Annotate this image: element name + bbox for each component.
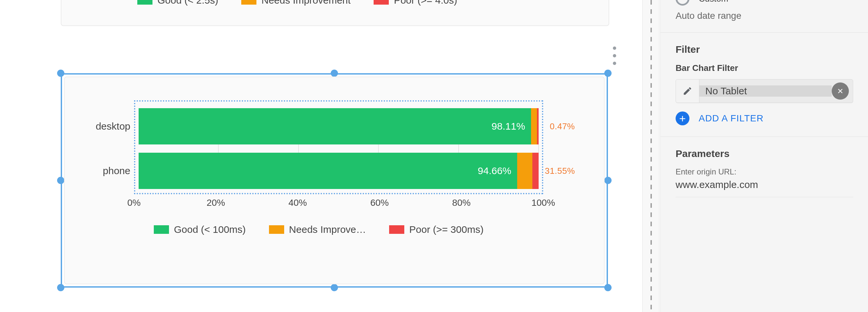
legend-item-poor: Poor (>= 4.0s) bbox=[374, 0, 457, 6]
legend-swatch-good bbox=[154, 225, 169, 234]
properties-panel: Custom Auto date range Filter Bar Chart … bbox=[660, 0, 868, 312]
segment-poor bbox=[532, 153, 538, 189]
resize-handle-ml[interactable] bbox=[57, 177, 64, 184]
x-tick: 100% bbox=[531, 198, 555, 208]
resize-handle-tc[interactable] bbox=[331, 70, 338, 77]
segment-needs-improvement bbox=[531, 108, 537, 144]
filter-chip-label: No Tablet bbox=[699, 85, 832, 97]
value-good: 98.11% bbox=[491, 121, 525, 132]
legend-label: Good (< 100ms) bbox=[174, 224, 246, 235]
legend-label: Needs Improve… bbox=[289, 224, 366, 235]
legend-item-ni: Needs Improve… bbox=[269, 224, 366, 235]
overflow-value: 31.55% bbox=[545, 171, 575, 171]
resize-handle-tl[interactable] bbox=[57, 70, 64, 77]
resize-handle-bl[interactable] bbox=[57, 284, 64, 291]
x-tick: 60% bbox=[370, 198, 389, 208]
plot-area: desktop 98.11% 0.47% phone 94.66% bbox=[134, 100, 543, 194]
overflow-value: 0.47% bbox=[550, 126, 575, 127]
legend-label: Needs Improvement bbox=[261, 0, 350, 6]
section-subtitle: Bar Chart Filter bbox=[676, 63, 853, 73]
stacked-bar: 98.11% bbox=[138, 108, 538, 144]
pencil-icon[interactable] bbox=[676, 79, 699, 103]
legend-swatch-ni bbox=[269, 225, 284, 234]
section-title: Parameters bbox=[676, 148, 853, 159]
auto-date-range-link[interactable]: Auto date range bbox=[660, 8, 868, 32]
legend-swatch-poor bbox=[389, 225, 404, 234]
upper-legend: Good (< 2.5s) Needs Improvement Poor (>=… bbox=[137, 0, 457, 6]
parameters-section: Parameters Enter origin URL: www.example… bbox=[660, 137, 868, 197]
bar-row-desktop: desktop 98.11% 0.47% bbox=[138, 108, 538, 144]
resize-handle-tr[interactable] bbox=[604, 70, 612, 77]
x-tick: 80% bbox=[452, 198, 471, 208]
legend-item-good: Good (< 2.5s) bbox=[137, 0, 218, 6]
close-icon[interactable]: × bbox=[832, 82, 849, 100]
chart-legend: Good (< 100ms) Needs Improve… Poor (>= 3… bbox=[154, 224, 591, 235]
filter-chip[interactable]: No Tablet × bbox=[676, 79, 853, 103]
legend-swatch-poor bbox=[374, 0, 389, 5]
resize-handle-br[interactable] bbox=[604, 284, 612, 291]
legend-item-ni: Needs Improvement bbox=[241, 0, 350, 6]
parameter-field-label: Enter origin URL: bbox=[676, 167, 853, 176]
legend-swatch-ni bbox=[241, 0, 256, 5]
row-label: phone bbox=[81, 165, 130, 176]
resize-handle-bc[interactable] bbox=[331, 284, 338, 291]
legend-label: Poor (>= 4.0s) bbox=[394, 0, 457, 6]
bar-row-phone: phone 94.66% 31.55% bbox=[138, 153, 538, 189]
legend-label: Poor (>= 300ms) bbox=[409, 224, 484, 235]
x-tick: 0% bbox=[127, 198, 141, 208]
segment-good: 94.66% bbox=[138, 153, 517, 189]
resize-handle-mr[interactable] bbox=[604, 177, 612, 184]
section-title: Filter bbox=[676, 44, 853, 55]
vertical-ruler[interactable] bbox=[642, 0, 659, 312]
filter-section: Filter Bar Chart Filter No Tablet × + AD… bbox=[660, 32, 868, 137]
radio-icon bbox=[676, 0, 689, 6]
stacked-bar: 94.66% bbox=[138, 153, 538, 189]
add-filter-row[interactable]: + ADD A FILTER bbox=[676, 111, 853, 125]
row-label: desktop bbox=[81, 121, 130, 132]
value-good: 94.66% bbox=[478, 165, 512, 176]
segment-needs-improvement bbox=[517, 153, 532, 189]
chart-card[interactable]: desktop 98.11% 0.47% phone 94.66% bbox=[64, 76, 604, 284]
plus-icon: + bbox=[676, 111, 689, 125]
legend-label: Good (< 2.5s) bbox=[157, 0, 218, 6]
legend-item-good: Good (< 100ms) bbox=[154, 224, 246, 235]
segment-good: 98.11% bbox=[138, 108, 531, 144]
upper-chart-card[interactable]: Good (< 2.5s) Needs Improvement Poor (>=… bbox=[61, 0, 609, 26]
x-axis: 0% 20% 40% 60% 80% 100% bbox=[134, 198, 543, 214]
add-filter-label: ADD A FILTER bbox=[699, 113, 764, 124]
segment-poor bbox=[537, 108, 538, 144]
more-vert-icon[interactable] bbox=[610, 46, 619, 65]
date-range-option-custom[interactable]: Custom bbox=[660, 0, 868, 8]
divider bbox=[676, 197, 853, 197]
legend-item-poor: Poor (>= 300ms) bbox=[389, 224, 484, 235]
radio-label: Custom bbox=[699, 0, 728, 4]
selected-chart-frame[interactable]: desktop 98.11% 0.47% phone 94.66% bbox=[61, 73, 608, 287]
legend-swatch-good bbox=[137, 0, 153, 5]
x-tick: 40% bbox=[288, 198, 307, 208]
parameter-field-value[interactable]: www.example.com bbox=[676, 179, 853, 190]
x-tick: 20% bbox=[207, 198, 225, 208]
